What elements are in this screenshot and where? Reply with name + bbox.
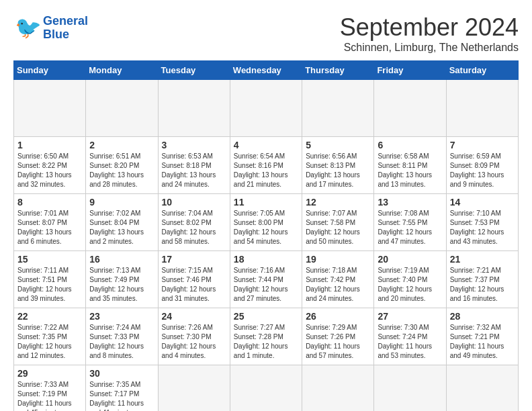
calendar-cell: 5Sunrise: 6:56 AM Sunset: 8:13 PM Daylig… xyxy=(302,137,374,194)
day-number: 7 xyxy=(450,140,515,150)
day-number: 4 xyxy=(234,140,298,150)
day-info: Sunrise: 7:01 AM Sunset: 8:07 PM Dayligh… xyxy=(17,209,82,246)
day-info: Sunrise: 7:16 AM Sunset: 7:44 PM Dayligh… xyxy=(234,266,298,304)
calendar-cell: 1Sunrise: 6:50 AM Sunset: 8:22 PM Daylig… xyxy=(14,137,86,194)
day-number: 10 xyxy=(162,197,226,208)
weekday-header-saturday: Saturday xyxy=(446,61,518,80)
day-info: Sunrise: 7:08 AM Sunset: 7:55 PM Dayligh… xyxy=(378,209,442,246)
day-info: Sunrise: 7:33 AM Sunset: 7:19 PM Dayligh… xyxy=(17,380,82,411)
day-number: 27 xyxy=(378,311,442,322)
week-row-4: 22Sunrise: 7:22 AM Sunset: 7:35 PM Dayli… xyxy=(14,308,519,365)
day-info: Sunrise: 6:50 AM Sunset: 8:22 PM Dayligh… xyxy=(17,152,82,189)
day-info: Sunrise: 7:02 AM Sunset: 8:04 PM Dayligh… xyxy=(89,209,154,246)
calendar-cell: 30Sunrise: 7:35 AM Sunset: 7:17 PM Dayli… xyxy=(86,365,158,412)
logo-blue: Blue xyxy=(43,28,69,41)
calendar-cell: 11Sunrise: 7:05 AM Sunset: 8:00 PM Dayli… xyxy=(230,194,302,251)
day-number: 12 xyxy=(306,197,370,208)
calendar-cell: 14Sunrise: 7:10 AM Sunset: 7:53 PM Dayli… xyxy=(446,194,518,251)
day-number: 14 xyxy=(450,197,515,208)
day-number: 16 xyxy=(89,254,154,265)
calendar-cell: 15Sunrise: 7:11 AM Sunset: 7:51 PM Dayli… xyxy=(14,251,86,308)
calendar-cell: 18Sunrise: 7:16 AM Sunset: 7:44 PM Dayli… xyxy=(230,251,302,308)
calendar-cell xyxy=(158,80,230,137)
calendar-cell: 20Sunrise: 7:19 AM Sunset: 7:40 PM Dayli… xyxy=(374,251,446,308)
day-number: 19 xyxy=(306,254,370,265)
day-info: Sunrise: 6:59 AM Sunset: 8:09 PM Dayligh… xyxy=(450,152,515,189)
calendar-cell: 24Sunrise: 7:26 AM Sunset: 7:30 PM Dayli… xyxy=(158,308,230,365)
day-number: 23 xyxy=(89,311,154,322)
calendar-cell: 3Sunrise: 6:53 AM Sunset: 8:18 PM Daylig… xyxy=(158,137,230,194)
day-info: Sunrise: 6:56 AM Sunset: 8:13 PM Dayligh… xyxy=(306,152,370,189)
day-number: 22 xyxy=(17,311,82,322)
calendar-cell: 19Sunrise: 7:18 AM Sunset: 7:42 PM Dayli… xyxy=(302,251,374,308)
day-number: 6 xyxy=(378,140,442,150)
day-number: 25 xyxy=(234,311,298,322)
day-info: Sunrise: 7:07 AM Sunset: 7:58 PM Dayligh… xyxy=(306,209,370,246)
calendar-cell: 26Sunrise: 7:29 AM Sunset: 7:26 PM Dayli… xyxy=(302,308,374,365)
calendar-cell xyxy=(230,365,302,412)
day-number: 2 xyxy=(89,140,154,150)
weekday-header-friday: Friday xyxy=(374,61,446,80)
calendar-cell: 8Sunrise: 7:01 AM Sunset: 8:07 PM Daylig… xyxy=(14,194,86,251)
day-info: Sunrise: 7:04 AM Sunset: 8:02 PM Dayligh… xyxy=(162,209,226,246)
logo: 🐦 General Blue xyxy=(13,13,88,43)
day-info: Sunrise: 7:21 AM Sunset: 7:37 PM Dayligh… xyxy=(450,266,515,304)
logo-icon: 🐦 xyxy=(13,13,40,40)
day-number: 15 xyxy=(17,254,82,265)
calendar-cell xyxy=(230,80,302,137)
week-row-0 xyxy=(14,80,519,137)
svg-text:🐦: 🐦 xyxy=(15,15,40,40)
day-info: Sunrise: 7:22 AM Sunset: 7:35 PM Dayligh… xyxy=(17,323,82,361)
day-info: Sunrise: 7:10 AM Sunset: 7:53 PM Dayligh… xyxy=(450,209,515,246)
weekday-header-row: SundayMondayTuesdayWednesdayThursdayFrid… xyxy=(14,61,519,80)
day-number: 30 xyxy=(89,368,154,379)
day-number: 8 xyxy=(17,197,82,208)
day-number: 5 xyxy=(306,140,370,150)
calendar-cell xyxy=(86,80,158,137)
day-info: Sunrise: 7:11 AM Sunset: 7:51 PM Dayligh… xyxy=(17,266,82,304)
day-info: Sunrise: 7:27 AM Sunset: 7:28 PM Dayligh… xyxy=(234,323,298,361)
calendar-cell: 2Sunrise: 6:51 AM Sunset: 8:20 PM Daylig… xyxy=(86,137,158,194)
calendar-cell: 7Sunrise: 6:59 AM Sunset: 8:09 PM Daylig… xyxy=(446,137,518,194)
calendar-cell xyxy=(302,365,374,412)
day-number: 17 xyxy=(162,254,226,265)
day-info: Sunrise: 7:30 AM Sunset: 7:24 PM Dayligh… xyxy=(378,323,442,361)
day-info: Sunrise: 6:53 AM Sunset: 8:18 PM Dayligh… xyxy=(162,152,226,189)
week-row-3: 15Sunrise: 7:11 AM Sunset: 7:51 PM Dayli… xyxy=(14,251,519,308)
calendar-cell: 6Sunrise: 6:58 AM Sunset: 8:11 PM Daylig… xyxy=(374,137,446,194)
calendar-table: SundayMondayTuesdayWednesdayThursdayFrid… xyxy=(13,60,519,411)
day-info: Sunrise: 7:18 AM Sunset: 7:42 PM Dayligh… xyxy=(306,266,370,304)
day-info: Sunrise: 7:35 AM Sunset: 7:17 PM Dayligh… xyxy=(89,380,154,411)
calendar-cell xyxy=(374,365,446,412)
logo-text: General Blue xyxy=(43,15,88,42)
calendar-cell xyxy=(446,365,518,412)
day-number: 3 xyxy=(162,140,226,150)
weekday-header-wednesday: Wednesday xyxy=(230,61,302,80)
day-number: 28 xyxy=(450,311,515,322)
calendar-cell: 21Sunrise: 7:21 AM Sunset: 7:37 PM Dayli… xyxy=(446,251,518,308)
calendar-cell: 16Sunrise: 7:13 AM Sunset: 7:49 PM Dayli… xyxy=(86,251,158,308)
day-number: 20 xyxy=(378,254,442,265)
calendar-cell: 22Sunrise: 7:22 AM Sunset: 7:35 PM Dayli… xyxy=(14,308,86,365)
day-number: 24 xyxy=(162,311,226,322)
day-info: Sunrise: 6:54 AM Sunset: 8:16 PM Dayligh… xyxy=(234,152,298,189)
day-info: Sunrise: 7:05 AM Sunset: 8:00 PM Dayligh… xyxy=(234,209,298,246)
calendar-cell: 28Sunrise: 7:32 AM Sunset: 7:21 PM Dayli… xyxy=(446,308,518,365)
calendar-cell: 25Sunrise: 7:27 AM Sunset: 7:28 PM Dayli… xyxy=(230,308,302,365)
calendar-cell xyxy=(374,80,446,137)
day-number: 1 xyxy=(17,140,82,150)
calendar-cell xyxy=(302,80,374,137)
calendar-cell: 29Sunrise: 7:33 AM Sunset: 7:19 PM Dayli… xyxy=(14,365,86,412)
day-info: Sunrise: 7:29 AM Sunset: 7:26 PM Dayligh… xyxy=(306,323,370,361)
logo-general: General xyxy=(43,14,88,28)
calendar-cell: 23Sunrise: 7:24 AM Sunset: 7:33 PM Dayli… xyxy=(86,308,158,365)
calendar-cell xyxy=(446,80,518,137)
title-block: September 2024 Schinnen, Limburg, The Ne… xyxy=(340,13,519,54)
day-info: Sunrise: 7:13 AM Sunset: 7:49 PM Dayligh… xyxy=(89,266,154,304)
day-info: Sunrise: 6:58 AM Sunset: 8:11 PM Dayligh… xyxy=(378,152,442,189)
day-number: 9 xyxy=(89,197,154,208)
weekday-header-thursday: Thursday xyxy=(302,61,374,80)
day-info: Sunrise: 7:19 AM Sunset: 7:40 PM Dayligh… xyxy=(378,266,442,304)
calendar-cell: 10Sunrise: 7:04 AM Sunset: 8:02 PM Dayli… xyxy=(158,194,230,251)
day-info: Sunrise: 7:26 AM Sunset: 7:30 PM Dayligh… xyxy=(162,323,226,361)
